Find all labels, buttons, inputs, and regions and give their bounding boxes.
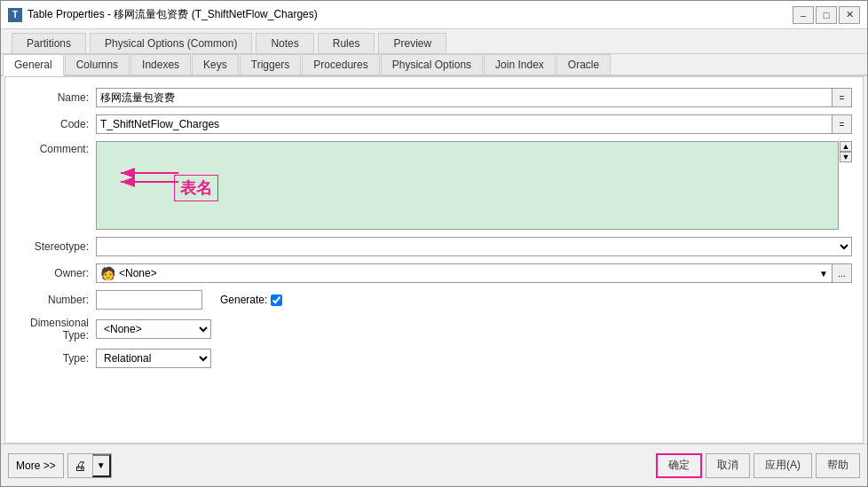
minimize-button[interactable]: – bbox=[793, 6, 814, 24]
owner-browse-button[interactable]: ... bbox=[832, 263, 852, 283]
tab-keys[interactable]: Keys bbox=[192, 54, 239, 75]
comment-scroll-down[interactable]: ▼ bbox=[840, 152, 851, 161]
tab-indexes[interactable]: Indexes bbox=[130, 54, 191, 75]
title-controls: – □ ✕ bbox=[793, 6, 860, 24]
window-icon: T bbox=[8, 8, 22, 22]
tab-partitions[interactable]: Partitions bbox=[12, 33, 86, 53]
footer: More >> 🖨 ▼ 确定 取消 应用(A) 帮助 bbox=[1, 444, 867, 486]
type-row: Type: Relational bbox=[16, 349, 852, 368]
code-extra-button[interactable]: = bbox=[832, 114, 852, 134]
generate-label: Generate: bbox=[220, 294, 282, 306]
more-button[interactable]: More >> bbox=[8, 453, 64, 478]
print-main-button[interactable]: 🖨 bbox=[68, 459, 91, 473]
stereotype-label: Stereotype: bbox=[16, 240, 96, 253]
owner-select-group: 🧑 <None> ▼ ... bbox=[96, 263, 852, 283]
name-row: Name: = bbox=[16, 88, 852, 107]
owner-row: Owner: 🧑 <None> ▼ ... bbox=[16, 263, 852, 283]
close-button[interactable]: ✕ bbox=[839, 6, 860, 24]
owner-label: Owner: bbox=[16, 267, 96, 279]
tab-oracle[interactable]: Oracle bbox=[556, 54, 611, 75]
dimensional-type-select[interactable]: <None> bbox=[96, 319, 211, 339]
generate-checkbox[interactable] bbox=[271, 295, 282, 306]
code-input[interactable] bbox=[96, 114, 832, 134]
main-window: T Table Properties - 移网流量包资费 (T_ShiftNet… bbox=[0, 0, 868, 487]
tab-columns[interactable]: Columns bbox=[65, 54, 130, 75]
stereotype-select[interactable] bbox=[96, 237, 852, 256]
tab-row-top: Partitions Physical Options (Common) Not… bbox=[1, 29, 867, 54]
owner-value: <None> bbox=[119, 267, 157, 279]
print-dropdown-button[interactable]: ▼ bbox=[92, 454, 111, 477]
tab-join-index[interactable]: Join Index bbox=[484, 54, 556, 75]
help-button[interactable]: 帮助 bbox=[816, 453, 860, 478]
content-area: Name: = Code: = 表名 bbox=[4, 76, 864, 444]
number-input[interactable] bbox=[96, 290, 202, 310]
type-label: Type: bbox=[16, 352, 96, 365]
comment-input[interactable] bbox=[96, 141, 839, 230]
tab-procedures[interactable]: Procedures bbox=[302, 54, 379, 75]
name-input[interactable] bbox=[96, 88, 832, 107]
tab-row-bottom: General Columns Indexes Keys Triggers Pr… bbox=[1, 54, 867, 76]
number-label: Number: bbox=[16, 294, 96, 306]
title-bar: T Table Properties - 移网流量包资费 (T_ShiftNet… bbox=[1, 1, 867, 29]
confirm-button[interactable]: 确定 bbox=[656, 453, 702, 478]
name-label: Name: bbox=[16, 91, 96, 104]
stereotype-row: Stereotype: bbox=[16, 237, 852, 256]
help-label: 帮助 bbox=[827, 459, 848, 471]
tab-rules[interactable]: Rules bbox=[318, 33, 375, 53]
generate-label-text: Generate: bbox=[220, 294, 267, 306]
maximize-button[interactable]: □ bbox=[816, 6, 837, 24]
comment-label: Comment: bbox=[16, 141, 96, 155]
code-row: Code: = bbox=[16, 114, 852, 134]
title-bar-left: T Table Properties - 移网流量包资费 (T_ShiftNet… bbox=[8, 7, 318, 22]
apply-button[interactable]: 应用(A) bbox=[754, 453, 812, 478]
tab-preview[interactable]: Preview bbox=[378, 33, 446, 53]
name-extra-button[interactable]: = bbox=[832, 88, 852, 107]
cancel-label: 取消 bbox=[717, 459, 738, 471]
type-select[interactable]: Relational bbox=[96, 349, 211, 368]
dimensional-type-label: Dimensional Type: bbox=[16, 317, 96, 342]
confirm-label: 确定 bbox=[668, 459, 690, 471]
cancel-button[interactable]: 取消 bbox=[706, 453, 750, 478]
tab-triggers[interactable]: Triggers bbox=[240, 54, 302, 75]
apply-label: 应用(A) bbox=[765, 459, 801, 471]
print-button-group: 🖨 ▼ bbox=[67, 453, 112, 478]
more-label: More >> bbox=[16, 460, 56, 472]
comment-scroll-up[interactable]: ▲ bbox=[840, 142, 851, 152]
tab-notes[interactable]: Notes bbox=[256, 33, 313, 53]
tab-physical-options[interactable]: Physical Options bbox=[381, 54, 483, 75]
number-row: Number: Generate: bbox=[16, 290, 852, 310]
tab-general[interactable]: General bbox=[3, 54, 64, 76]
comment-row: Comment: ▲ ▼ bbox=[16, 141, 852, 230]
window-title: Table Properties - 移网流量包资费 (T_ShiftNetFl… bbox=[28, 7, 318, 22]
tab-physical-options-common[interactable]: Physical Options (Common) bbox=[90, 33, 252, 53]
code-label: Code: bbox=[16, 118, 96, 130]
dimensional-type-row: Dimensional Type: <None> bbox=[16, 317, 852, 342]
